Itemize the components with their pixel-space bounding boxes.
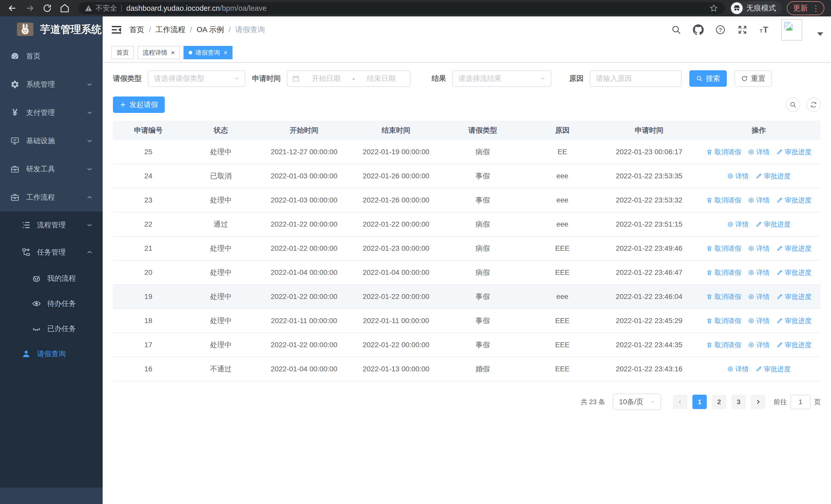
cancel-action-link[interactable]: 取消请假 — [706, 244, 741, 253]
sidebar-item-done-tasks[interactable]: 已办任务 — [0, 316, 103, 341]
result-label: 结果 — [432, 73, 446, 83]
detail-action-link[interactable]: 详情 — [748, 244, 770, 253]
breadcrumb-separator: / — [228, 26, 230, 34]
browser-menu-icon[interactable]: ⋮ — [812, 4, 820, 13]
cell-applied: 2022-01-22 23:43:16 — [601, 365, 697, 373]
reset-button[interactable]: 重置 — [735, 70, 772, 87]
sidebar-item-infrastructure[interactable]: 基础设施 — [0, 127, 103, 155]
sidebar-item-leave-query[interactable]: 请假查询 — [0, 341, 103, 366]
select-placeholder: 请选择请假类型 — [154, 73, 204, 83]
next-page-button[interactable] — [751, 395, 765, 409]
divider — [121, 5, 122, 12]
progress-action-link[interactable]: 审批进度 — [755, 172, 791, 181]
detail-action-link[interactable]: 详情 — [748, 148, 770, 156]
sidebar-item-payment[interactable]: ¥ 支付管理 — [0, 98, 103, 127]
search-icon[interactable] — [671, 24, 682, 35]
detail-action-link[interactable]: 详情 — [748, 268, 770, 277]
sidebar-item-label: 系统管理 — [26, 80, 55, 89]
detail-action-link[interactable]: 详情 — [727, 172, 749, 181]
warning-icon — [85, 4, 92, 12]
breadcrumb-item[interactable]: 工作流程 — [155, 25, 185, 35]
page-button-3[interactable]: 3 — [732, 395, 746, 409]
logo[interactable]: 芋道管理系统 — [0, 17, 103, 42]
caret-down-icon[interactable] — [817, 32, 823, 36]
sidebar-item-my-process[interactable]: 我的流程 — [0, 266, 103, 291]
help-icon[interactable]: ? — [715, 24, 726, 35]
start-date-input[interactable]: 开始日期 — [302, 73, 350, 83]
svg-text:T: T — [763, 25, 768, 34]
breadcrumb-item[interactable]: 首页 — [130, 25, 144, 35]
result-select[interactable]: 请选择流结果 — [452, 70, 551, 87]
bookmark-star-icon[interactable] — [709, 4, 718, 12]
cancel-action-link[interactable]: 取消请假 — [706, 317, 741, 325]
detail-action-link[interactable]: 详情 — [748, 292, 770, 301]
tab-leave-query[interactable]: 请假查询 × — [183, 46, 232, 59]
cell-status: 已取消 — [184, 171, 258, 181]
sidebar-toggle-icon[interactable] — [111, 24, 122, 35]
leave-type-select[interactable]: 请选择请假类型 — [148, 70, 245, 87]
home-icon[interactable] — [59, 3, 70, 14]
update-button[interactable]: 更新 ⋮ — [787, 1, 824, 15]
detail-action-link[interactable]: 详情 — [727, 220, 749, 229]
sidebar-item-label: 已办任务 — [47, 324, 76, 334]
sidebar-item-label: 支付管理 — [26, 108, 55, 118]
sidebar-item-home[interactable]: 首页 — [0, 42, 103, 70]
sidebar-item-workflow[interactable]: 工作流程 — [0, 183, 103, 211]
sidebar-item-todo-tasks[interactable]: 待办任务 — [0, 291, 103, 316]
refresh-table-button[interactable] — [806, 97, 821, 112]
sidebar-item-label: 工作流程 — [26, 192, 55, 202]
detail-action-link[interactable]: 详情 — [748, 317, 770, 325]
forward-icon[interactable] — [24, 3, 35, 14]
breadcrumb-item[interactable]: OA 示例 — [197, 25, 224, 35]
page-button-1[interactable]: 1 — [692, 395, 707, 409]
font-size-icon[interactable]: TT — [759, 24, 770, 35]
progress-action-link[interactable]: 审批进度 — [776, 268, 811, 277]
progress-action-link[interactable]: 审批进度 — [776, 292, 811, 301]
plus-icon — [120, 101, 126, 108]
toggle-search-button[interactable] — [786, 97, 800, 112]
back-icon[interactable] — [7, 3, 18, 14]
sidebar-item-process-management[interactable]: 流程管理 — [0, 211, 103, 239]
tab-home[interactable]: 首页 — [111, 46, 134, 59]
search-button[interactable]: 搜索 — [689, 70, 727, 87]
progress-action-link[interactable]: 审批进度 — [776, 244, 811, 253]
progress-action-link[interactable]: 审批进度 — [776, 196, 811, 205]
create-leave-button[interactable]: 发起请假 — [113, 96, 165, 113]
fullscreen-icon[interactable] — [737, 24, 748, 35]
sidebar-item-system[interactable]: 系统管理 — [0, 70, 103, 98]
cell-applied: 2022-01-22 23:49:46 — [601, 244, 697, 253]
cell-id: 21 — [113, 244, 184, 253]
progress-action-link[interactable]: 审批进度 — [755, 365, 791, 374]
cancel-action-link[interactable]: 取消请假 — [706, 268, 741, 277]
tab-process-detail[interactable]: 流程详情 × — [138, 46, 180, 59]
detail-action-link[interactable]: 详情 — [727, 365, 749, 374]
github-icon[interactable] — [693, 24, 704, 35]
close-icon[interactable]: × — [171, 49, 175, 57]
cancel-action-link[interactable]: 取消请假 — [706, 292, 741, 301]
address-bar[interactable]: 不安全 dashboard.yudao.iocoder.cn/bpm/oa/le… — [78, 2, 725, 14]
security-label[interactable]: 不安全 — [95, 3, 117, 13]
page-button-2[interactable]: 2 — [712, 395, 726, 409]
goto-page-input[interactable] — [791, 395, 810, 409]
reason-input[interactable] — [596, 75, 676, 83]
reload-icon[interactable] — [41, 3, 53, 14]
sidebar-item-devtools[interactable]: 研发工具 — [0, 155, 103, 183]
prev-page-button[interactable] — [673, 395, 687, 409]
apply-time-range-picker[interactable]: 开始日期 - 结束日期 — [287, 70, 411, 87]
end-date-input[interactable]: 结束日期 — [357, 73, 405, 83]
progress-action-link[interactable]: 审批进度 — [776, 148, 811, 156]
progress-action-link[interactable]: 审批进度 — [776, 317, 811, 325]
detail-action-link[interactable]: 详情 — [748, 196, 770, 205]
cancel-action-link[interactable]: 取消请假 — [706, 148, 741, 156]
refresh-icon — [741, 75, 748, 82]
progress-action-link[interactable]: 审批进度 — [755, 220, 791, 229]
page-size-select[interactable]: 10条/页 — [613, 394, 661, 410]
cancel-action-link[interactable]: 取消请假 — [706, 340, 741, 350]
avatar[interactable] — [781, 19, 802, 40]
progress-action-link[interactable]: 审批进度 — [776, 340, 811, 350]
sidebar-item-task-management[interactable]: 任务管理 — [0, 239, 103, 266]
close-icon[interactable]: × — [224, 49, 227, 57]
cancel-action-link[interactable]: 取消请假 — [706, 196, 741, 205]
column-header: 申请时间 — [601, 125, 697, 135]
detail-action-link[interactable]: 详情 — [748, 340, 770, 350]
